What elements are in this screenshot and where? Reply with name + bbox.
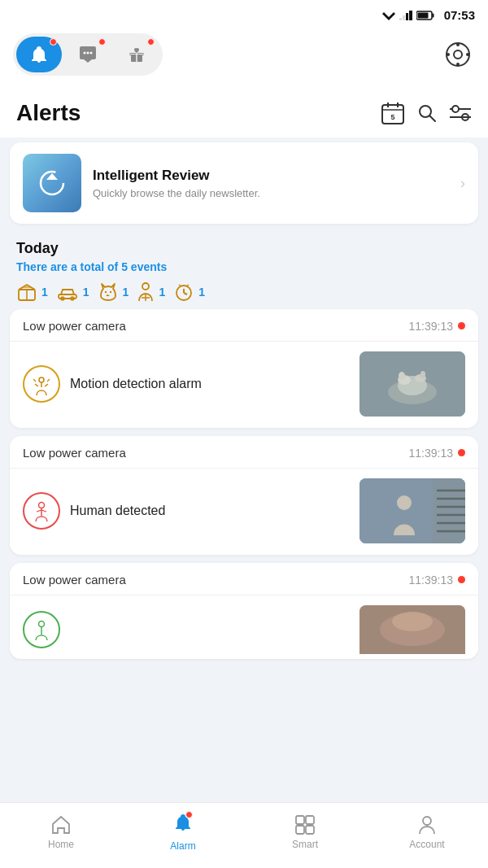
status-icons	[382, 11, 434, 20]
cat-icon	[98, 281, 119, 303]
svg-point-18	[456, 63, 460, 66]
review-title: Intelligent Review	[93, 168, 449, 184]
svg-point-73	[39, 622, 45, 627]
today-section: Today There are a total of 5 events 1	[0, 229, 488, 309]
alert-detail-row-3	[10, 595, 478, 659]
svg-line-27	[430, 116, 436, 122]
svg-marker-35	[46, 173, 58, 180]
alert-time-row-2: Low power camera 11:39:13	[10, 436, 478, 469]
wifi-icon	[382, 11, 395, 20]
person-icon	[137, 281, 155, 303]
svg-point-10	[90, 52, 93, 55]
other-icon-circle	[23, 611, 60, 648]
person-count: 1	[159, 286, 165, 299]
svg-point-9	[87, 52, 89, 55]
alert-group-1[interactable]: Low power camera 11:39:13 Motion d	[10, 309, 478, 428]
event-icon-cat: 1	[98, 281, 129, 303]
svg-rect-6	[432, 13, 434, 17]
alert-group-2[interactable]: Low power camera 11:39:13 Human detected	[10, 436, 478, 555]
filter-button[interactable]	[449, 103, 472, 124]
header-actions: 5	[381, 101, 472, 125]
nav-alarm-label: Alarm	[170, 840, 195, 852]
svg-line-51	[186, 285, 189, 286]
svg-point-19	[447, 53, 450, 56]
nav-smart-label: Smart	[292, 839, 318, 850]
car-icon	[56, 283, 79, 301]
camera-name-2: Low power camera	[23, 446, 126, 460]
review-chevron-icon: ›	[460, 175, 465, 192]
alert-time-row-3: Low power camera 11:39:13	[10, 563, 478, 595]
cat-count: 1	[123, 286, 129, 299]
svg-rect-4	[399, 18, 402, 20]
status-bar: 07:53	[0, 0, 488, 27]
alert-type-name-1: Motion detection alarm	[70, 377, 350, 391]
events-suffix: events	[128, 260, 167, 273]
page-title: Alerts	[16, 100, 81, 126]
settings-icon	[445, 41, 471, 68]
home-icon	[50, 814, 72, 835]
partial-thumb-image	[359, 605, 465, 654]
svg-line-49	[184, 293, 187, 294]
calendar-button[interactable]: 5	[381, 101, 405, 125]
svg-rect-79	[306, 816, 314, 824]
svg-point-17	[456, 43, 460, 46]
event-icon-car: 1	[56, 283, 89, 301]
alert-time-info-2: 11:39:13	[409, 447, 466, 460]
alert-list: Low power camera 11:39:13 Motion d	[10, 309, 478, 667]
svg-point-43	[109, 291, 111, 293]
nav-home[interactable]: Home	[0, 809, 122, 855]
nav-account[interactable]: Account	[366, 809, 488, 855]
event-icon-clock: 1	[173, 281, 205, 303]
signal-icon	[399, 11, 412, 20]
svg-marker-0	[382, 12, 395, 20]
svg-point-61	[39, 503, 45, 508]
alerts-badge	[50, 38, 57, 46]
svg-rect-80	[296, 826, 304, 834]
svg-rect-64	[433, 478, 465, 543]
nav-smart[interactable]: Smart	[244, 809, 366, 855]
review-banner[interactable]: Intelligent Review Quickly browse the da…	[10, 142, 478, 224]
svg-point-77	[392, 612, 433, 631]
svg-rect-81	[306, 826, 314, 834]
filter-icon	[449, 103, 472, 124]
event-icon-box: 1	[16, 281, 48, 303]
nav-tabs	[13, 33, 163, 76]
search-icon	[416, 103, 438, 124]
review-subtitle: Quickly browse the daily newsletter.	[93, 187, 449, 199]
svg-point-15	[447, 43, 469, 66]
nav-home-label: Home	[48, 839, 74, 850]
status-time: 07:53	[444, 8, 475, 22]
gifts-badge	[147, 38, 155, 46]
review-text: Intelligent Review Quickly browse the da…	[93, 168, 449, 199]
motion-icon	[30, 373, 53, 395]
svg-point-8	[84, 52, 86, 55]
camera-name-1: Low power camera	[23, 319, 126, 333]
today-label: Today	[16, 240, 472, 257]
svg-text:5: 5	[390, 113, 394, 121]
search-button[interactable]	[416, 103, 438, 124]
event-icons-row: 1 1 1	[16, 281, 472, 303]
smart-icon	[294, 814, 316, 835]
svg-point-66	[397, 495, 412, 510]
alert-time-2: 11:39:13	[409, 447, 454, 460]
box-icon	[16, 281, 37, 303]
alert-time-3: 11:39:13	[409, 574, 454, 587]
alert-type-name-2: Human detected	[70, 504, 350, 518]
account-icon	[416, 814, 438, 835]
nav-tab-messages[interactable]	[65, 37, 111, 72]
svg-point-20	[466, 53, 469, 56]
settings-button[interactable]	[441, 37, 475, 72]
svg-line-50	[179, 285, 181, 286]
nav-tab-gifts[interactable]	[114, 37, 159, 72]
alert-time-1: 11:39:13	[409, 320, 454, 333]
page-header: Alerts 5	[0, 87, 488, 137]
alert-group-3[interactable]: Low power camera 11:39:13	[10, 563, 478, 659]
nav-alarm[interactable]: Alarm	[122, 809, 244, 855]
human-icon	[30, 499, 53, 522]
calendar-icon: 5	[381, 101, 405, 125]
motion-icon-circle	[23, 365, 60, 403]
review-thumbnail	[23, 154, 81, 212]
box-count: 1	[41, 286, 48, 299]
nav-tab-alerts[interactable]	[16, 37, 62, 72]
camera-name-3: Low power camera	[23, 573, 126, 587]
